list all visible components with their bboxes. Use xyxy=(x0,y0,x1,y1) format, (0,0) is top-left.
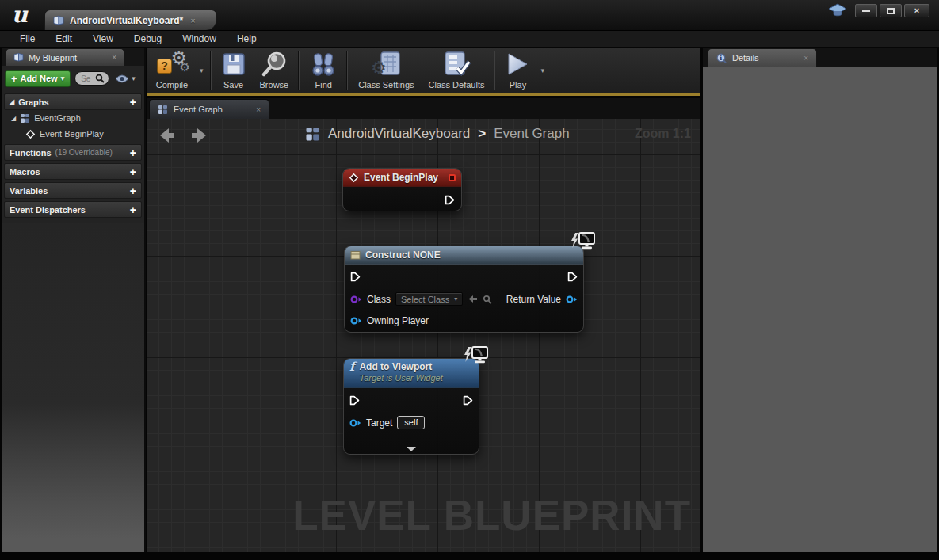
breadcrumb-current[interactable]: Event Graph xyxy=(494,126,569,142)
close-icon: × xyxy=(914,6,919,15)
add-new-button[interactable]: + Add New ▾ xyxy=(5,70,71,87)
my-blueprint-toolbar: + Add New ▾ ▾ xyxy=(2,66,144,91)
add-macro-button[interactable]: + xyxy=(130,166,136,177)
tree-item-event-beginplay[interactable]: Event BeginPlay xyxy=(2,126,144,142)
class-pin[interactable] xyxy=(350,295,362,303)
pin-label-owning-player: Owning Player xyxy=(367,315,429,326)
asset-tab[interactable]: AndroidVirtualKeyboard* × xyxy=(44,10,217,30)
event-enabled-icon xyxy=(449,174,456,181)
nav-forward-icon[interactable] xyxy=(189,127,208,144)
maximize-button[interactable] xyxy=(880,4,902,17)
close-icon[interactable]: × xyxy=(190,16,195,25)
info-icon: i xyxy=(716,53,727,63)
zoom-level-label: Zoom 1:1 xyxy=(635,127,691,141)
menu-view[interactable]: View xyxy=(82,33,124,44)
node-construct[interactable]: Construct NONE Class Select Class ▾ xyxy=(344,246,584,333)
node-event-beginplay[interactable]: Event BeginPlay xyxy=(342,168,462,211)
play-icon xyxy=(506,51,529,78)
node-title: Add to Viewport xyxy=(359,361,442,373)
section-event-dispatchers[interactable]: Event Dispatchers + xyxy=(4,201,142,218)
node-add-to-viewport[interactable]: f Add to Viewport Target is User Widget xyxy=(343,358,479,455)
breadcrumb: AndroidVirtualKeyboard > Event Graph xyxy=(305,126,570,142)
menu-bar: File Edit View Debug Window Help xyxy=(0,30,939,48)
chevron-down-icon[interactable]: ▾ xyxy=(536,67,548,74)
target-self-value[interactable]: self xyxy=(397,416,425,429)
function-icon: f xyxy=(349,361,354,373)
exec-output-pin[interactable] xyxy=(567,272,578,282)
exec-input-pin[interactable] xyxy=(350,272,361,282)
graph-canvas[interactable]: AndroidVirtualKeyboard > Event Graph Zoo… xyxy=(147,119,700,552)
event-graph-tab[interactable]: Event Graph × xyxy=(149,99,269,119)
close-icon[interactable]: × xyxy=(112,53,116,62)
my-blueprint-tab-label: My Blueprint xyxy=(29,53,77,63)
my-blueprint-tab[interactable]: My Blueprint × xyxy=(6,48,124,66)
event-diamond-icon xyxy=(25,129,36,139)
section-variables-label: Variables xyxy=(10,186,48,196)
find-button[interactable]: Find xyxy=(303,48,344,93)
section-variables[interactable]: Variables + xyxy=(4,182,142,199)
section-functions[interactable]: Functions (19 Overridable) + xyxy=(4,144,142,161)
node-subtitle: Target is User Widget xyxy=(359,373,442,384)
select-class-dropdown[interactable]: Select Class ▾ xyxy=(395,292,463,306)
exec-output-pin[interactable] xyxy=(445,195,455,205)
close-icon[interactable]: × xyxy=(256,105,261,114)
select-class-value: Select Class xyxy=(401,295,449,304)
save-label: Save xyxy=(223,80,243,90)
target-pin[interactable] xyxy=(349,419,361,427)
unreal-logo-icon: u xyxy=(8,2,32,29)
menu-debug[interactable]: Debug xyxy=(124,33,172,44)
node-expand-chevron-icon[interactable] xyxy=(407,447,416,451)
eye-icon xyxy=(115,74,129,83)
save-button[interactable]: Save xyxy=(215,48,253,93)
play-button[interactable]: Play xyxy=(498,48,536,93)
menu-file[interactable]: File xyxy=(10,33,45,44)
details-tab[interactable]: i Details × xyxy=(708,48,817,67)
gear-icon: ⚙ xyxy=(180,60,190,74)
section-functions-label: Functions xyxy=(10,148,52,158)
toolbar-separator xyxy=(211,51,212,90)
book-icon xyxy=(53,16,64,25)
compile-button[interactable]: ⚙ ⚙ ? Compile xyxy=(148,48,196,93)
add-event-dispatcher-button[interactable]: + xyxy=(130,204,136,215)
add-variable-button[interactable]: + xyxy=(130,185,136,196)
add-graph-button[interactable]: + xyxy=(130,97,136,108)
expander-icon[interactable]: ◢ xyxy=(10,98,14,105)
close-window-button[interactable]: × xyxy=(904,4,929,17)
my-blueprint-empty-area xyxy=(2,223,144,552)
search-icon[interactable] xyxy=(483,295,492,304)
exec-output-pin[interactable] xyxy=(463,395,473,406)
breadcrumb-root[interactable]: AndroidVirtualKeyboard xyxy=(328,126,470,142)
search-input[interactable] xyxy=(81,74,95,83)
class-defaults-button[interactable]: Class Defaults xyxy=(422,48,492,93)
expander-icon[interactable]: ◢ xyxy=(11,115,16,122)
return-value-pin[interactable] xyxy=(566,295,578,303)
owning-player-pin[interactable] xyxy=(350,317,362,325)
chevron-down-icon[interactable]: ▾ xyxy=(196,67,208,74)
search-box[interactable] xyxy=(74,71,109,86)
browse-button[interactable]: Browse xyxy=(253,48,296,93)
reset-arrow-icon[interactable] xyxy=(468,295,478,303)
section-macros[interactable]: Macros + xyxy=(4,163,142,180)
node-title: Construct NONE xyxy=(365,250,441,261)
section-graphs[interactable]: ◢ Graphs + xyxy=(4,93,142,110)
add-function-button[interactable]: + xyxy=(130,147,136,158)
tree-item-eventgraph[interactable]: ◢ EventGraph xyxy=(2,110,144,126)
menu-help[interactable]: Help xyxy=(227,33,267,44)
graph-grid-icon xyxy=(158,105,168,115)
nav-back-icon[interactable] xyxy=(158,127,177,144)
class-settings-label: Class Settings xyxy=(358,80,414,90)
my-blueprint-panel: My Blueprint × + Add New ▾ ▾ xyxy=(2,48,146,552)
menu-edit[interactable]: Edit xyxy=(45,33,82,44)
tutorial-cap-icon[interactable] xyxy=(828,3,847,18)
my-blueprint-tab-row: My Blueprint × xyxy=(2,48,144,66)
menu-window[interactable]: Window xyxy=(172,33,227,44)
class-settings-button[interactable]: ⚙ Class Settings xyxy=(351,48,421,93)
visibility-filter-button[interactable]: ▾ xyxy=(115,74,136,83)
event-graph-tab-label: Event Graph xyxy=(174,105,223,114)
close-icon[interactable]: × xyxy=(803,54,808,63)
details-panel: i Details × xyxy=(703,48,937,552)
chevron-down-icon: ▾ xyxy=(132,74,136,82)
minimize-button[interactable] xyxy=(855,4,877,17)
exec-input-pin[interactable] xyxy=(349,395,360,406)
compile-status-icon: ? xyxy=(157,59,172,74)
